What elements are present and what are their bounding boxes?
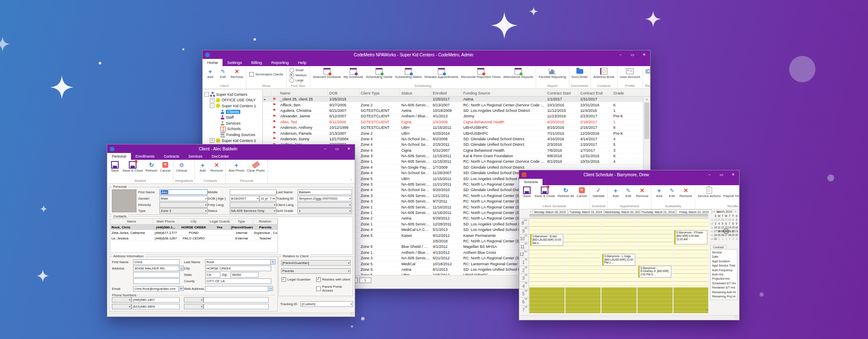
first-name-field[interactable]: Alec: [159, 189, 208, 195]
resize-grip[interactable]: [350, 312, 354, 316]
mini-calendar-day[interactable]: 25: [717, 218, 721, 222]
tracking-id-dropdown[interactable]: Simpson-Ziggy-20070331▾: [298, 196, 352, 201]
tree-item-super-kid-centers-1[interactable]: -⌂Super Kid Centers 1: [203, 103, 262, 109]
scheduling-genie-button[interactable]: Scheduling Genie: [364, 67, 394, 80]
day-header[interactable]: Thursday, March 21, 2019: [640, 209, 676, 214]
mini-calendar-day[interactable]: 29: [731, 233, 734, 237]
attendance-reports-button[interactable]: Attendance Reports: [502, 67, 534, 80]
mini-calendar-day[interactable]: 4: [717, 222, 721, 225]
mini-calendar-day[interactable]: 27: [724, 233, 728, 237]
validate-button[interactable]: ✓Validate: [591, 186, 606, 199]
tab-personal[interactable]: Personal: [107, 153, 131, 160]
menu-tab-billing[interactable]: Billing: [247, 59, 267, 66]
mini-calendar-day[interactable]: 30: [735, 233, 738, 237]
mini-calendar-day[interactable]: 21: [728, 229, 731, 233]
prev-day-icon[interactable]: ‹: [529, 210, 532, 214]
mini-calendar-day[interactable]: 27: [724, 218, 728, 222]
edit-button[interactable]: ✎Edit: [622, 186, 634, 199]
mini-calendar-day[interactable]: 1: [717, 237, 721, 241]
send-email-icon[interactable]: ✉: [178, 286, 184, 291]
mini-calendar-day[interactable]: 8: [731, 222, 734, 225]
phone-number-field[interactable]: [203, 304, 269, 309]
scrollbar-thumb[interactable]: [644, 103, 649, 139]
refresh-button[interactable]: ↻Refresh: [144, 161, 159, 173]
address-book-button[interactable]: Address Book: [592, 67, 616, 80]
clear-photo-button[interactable]: Clear Photo: [245, 161, 266, 173]
mini-calendar-day[interactable]: 23: [735, 229, 738, 233]
edit-button[interactable]: ✎Edit: [665, 186, 678, 199]
font-size-small-radio[interactable]: Small: [289, 68, 307, 72]
save-button[interactable]: Save: [520, 186, 533, 199]
day-header[interactable]: Wednesday, March 20, 2019: [604, 209, 640, 214]
mini-calendar-day[interactable]: 31: [714, 237, 717, 241]
column-header-dob[interactable]: DOB: [328, 90, 359, 96]
tree-item-schools[interactable]: Schools: [203, 126, 262, 132]
contact-row[interactable]: Le, Jessica(446)626-1267PALO CEDROExtern…: [111, 236, 278, 241]
contacts-column-name[interactable]: Name: [111, 219, 153, 224]
county-field[interactable]: CITY OF LA: [205, 278, 271, 284]
table-row[interactable]: ⚑Affleck, Ben9/27/2005Zone 2NA-605 Servi…: [263, 102, 643, 108]
column-header-blank[interactable]: [263, 90, 271, 96]
clinical-button[interactable]: ⚙Clinical: [175, 161, 188, 173]
minimize-button[interactable]: –: [704, 170, 715, 179]
address-field[interactable]: 30438 WALKER RD.: [133, 266, 180, 271]
tree-item-super-kid-centers-2[interactable]: +⌂Super Kid Centers 2: [203, 138, 262, 144]
save-button[interactable]: Save: [108, 161, 121, 173]
mini-calendar-day[interactable]: 12: [721, 225, 724, 229]
mini-calendar-day[interactable]: 2: [735, 218, 738, 222]
menu-tab-reporting[interactable]: Reporting: [267, 59, 293, 66]
appointment-event[interactable]: D.Barrymore - P.Frank [BID:90R] 9:30 AM-…: [674, 230, 707, 245]
selected-schedule-button[interactable]: Selected Schedule: [312, 67, 342, 80]
add-button[interactable]: +Add: [204, 67, 217, 80]
client-table-header[interactable]: NameDOBClient TypeStatusEnrolledFunding …: [263, 90, 650, 97]
appointment-event[interactable]: D.Barrymore - B.Idol [BID-LAUSD:60R] 10:…: [530, 234, 563, 246]
mini-calendar-day[interactable]: 16: [735, 225, 738, 229]
menu-tab-home[interactable]: Home: [203, 59, 223, 66]
mini-calendar-day[interactable]: 24: [714, 218, 717, 222]
service-actions-button[interactable]: Service Actions: [696, 186, 722, 199]
day-header[interactable]: Friday, March 22, 2019: [676, 209, 712, 214]
legal-guardian-checkbox[interactable]: Legal Guardian: [281, 277, 311, 282]
menu-tab-settings[interactable]: Settings: [223, 59, 246, 66]
mini-calendar-day[interactable]: 22: [731, 229, 734, 233]
contacts-column-type[interactable]: Type: [230, 219, 253, 224]
user-account-button[interactable]: User Account: [619, 67, 642, 80]
mini-calendar-day[interactable]: 28: [728, 218, 731, 222]
tree-expander-icon[interactable]: +: [210, 138, 214, 143]
flexible-reporting-button[interactable]: Flexible Reporting: [537, 67, 567, 80]
appointment-event[interactable]: D.Barrymore - R.Downey Jr. [BID:60R] 2:0…: [638, 266, 671, 278]
tree-item-staff[interactable]: Staff: [203, 114, 262, 120]
table-row[interactable]: ⚑Anderson, Pamela2/13/2007Zone 2UBH6/20/…: [263, 131, 643, 136]
family-language-dropdown[interactable]: ▾: [230, 202, 276, 208]
mini-calendar-day[interactable]: 28: [728, 233, 731, 237]
scheduling-matrix-button[interactable]: Scheduling Matrix: [394, 67, 423, 80]
table-row[interactable]: ⚑Anderson, Anthony10/12/1999SGTESTCLIENT…: [263, 125, 643, 131]
keyboard-button[interactable]: [644, 67, 651, 76]
save-close-button[interactable]: Save & Close: [533, 186, 556, 199]
cancel-button[interactable]: ✕Cancel: [159, 161, 172, 173]
phone-type-dropdown[interactable]: ▾: [112, 304, 131, 309]
mini-calendar-day[interactable]: 3: [714, 222, 717, 225]
reconcile-reported-times-button[interactable]: Reconcile Reported Times: [460, 67, 502, 80]
edit-button[interactable]: ✎Edit: [217, 67, 229, 80]
menu-tab-help[interactable]: Help: [293, 59, 311, 66]
contacts-grid-header[interactable]: NameMain PhoneCityLegal GuardianTypeRela…: [111, 219, 278, 225]
font-size-large-radio[interactable]: Large: [289, 78, 307, 83]
mini-calendar-day[interactable]: 24: [714, 233, 717, 237]
add-button[interactable]: +Add: [196, 161, 209, 173]
mini-calendar-day[interactable]: 5: [731, 237, 734, 241]
contact-row[interactable]: Zeta-Jones, Catherine(446)677-1777PONDIn…: [111, 230, 278, 236]
release-appointments-button[interactable]: Release Appointments: [423, 67, 459, 80]
day-header[interactable]: Tuesday, March 19, 2019: [568, 209, 604, 214]
day-column[interactable]: D.Barrymore - P.Frank [BID:90R] 9:30 AM-…: [673, 218, 708, 313]
my-schedule-button[interactable]: My Schedule: [342, 67, 364, 80]
resides-with-client-checkbox[interactable]: Resides with client: [316, 277, 350, 282]
mini-calendar-day[interactable]: 14: [728, 225, 731, 229]
mini-calendar-day[interactable]: 11: [717, 225, 721, 229]
close-button[interactable]: ✕: [638, 50, 650, 59]
client-photo[interactable]: [112, 189, 136, 212]
next-month-icon[interactable]: ›: [734, 210, 737, 214]
phone-type-dropdown[interactable]: ▾: [184, 297, 203, 303]
table-row[interactable]: ⚑Anderson, Sunny12/17/2004Zone 4NA-Schoo…: [263, 136, 643, 142]
column-header-grade[interactable]: Grade: [612, 90, 642, 96]
